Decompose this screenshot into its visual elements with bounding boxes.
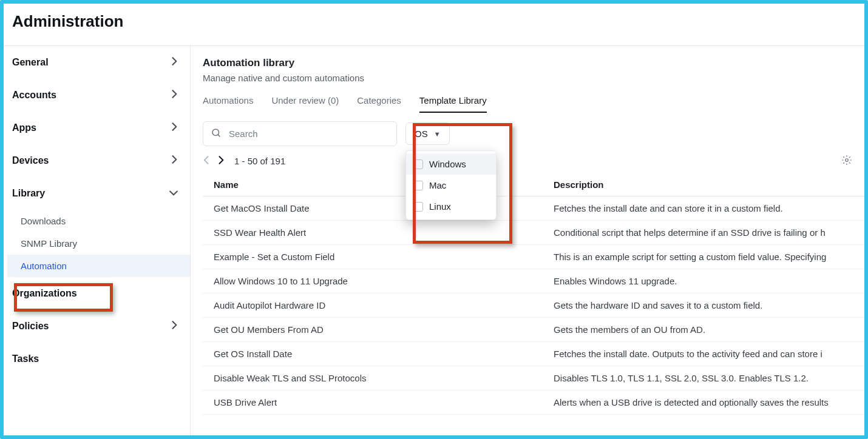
sidebar-item-library[interactable]: Library	[4, 177, 190, 210]
cell-name: Get OS Install Date	[214, 349, 554, 359]
sidebar-subitem-downloads[interactable]: Downloads	[7, 210, 190, 232]
sidebar-item-tasks[interactable]: Tasks	[4, 343, 190, 375]
tab-template-library[interactable]: Template Library	[419, 92, 487, 113]
sidebar-item-label: Apps	[12, 122, 36, 133]
cell-name: SSD Wear Health Alert	[214, 227, 554, 238]
sidebar-item-organizations[interactable]: Organizations	[4, 277, 190, 310]
cell-description: This is an example script for setting a …	[554, 252, 864, 262]
chevron-down-icon	[169, 188, 178, 199]
cell-name: Example - Set a Custom Field	[214, 252, 554, 262]
chevron-right-icon	[172, 90, 178, 101]
chevron-right-icon	[172, 321, 178, 332]
table-row[interactable]: Disable Weak TLS and SSL ProtocolsDisabl…	[203, 366, 864, 390]
gear-icon[interactable]	[841, 155, 852, 167]
tab-under-review[interactable]: Under review (0)	[271, 92, 339, 113]
table-row[interactable]: Audit Autopilot Hardware IDGets the hard…	[203, 293, 864, 318]
checkbox[interactable]	[413, 159, 423, 169]
os-option-label: Windows	[429, 159, 466, 169]
chevron-right-icon	[172, 57, 178, 68]
checkbox[interactable]	[413, 202, 423, 212]
cell-name: Get MacOS Install Date	[214, 203, 554, 213]
pager-prev[interactable]	[203, 156, 209, 166]
tab-categories[interactable]: Categories	[357, 92, 401, 113]
pager-next[interactable]	[219, 156, 225, 166]
section-title: Automation library	[203, 57, 864, 69]
cell-description: Alerts when a USB drive is detected and …	[554, 397, 864, 407]
pager-range: 1 - 50 of 191	[234, 156, 285, 166]
os-option-mac[interactable]: Mac	[406, 175, 496, 196]
table-row[interactable]: Get MacOS Install DateFetches the instal…	[203, 196, 864, 221]
sidebar-item-label: Devices	[12, 155, 49, 166]
sidebar-item-label: Accounts	[12, 90, 56, 101]
cell-name: Audit Autopilot Hardware ID	[214, 300, 554, 310]
chevron-right-icon	[172, 122, 178, 133]
sidebar-item-devices[interactable]: Devices	[4, 144, 190, 177]
cell-name: USB Drive Alert	[214, 397, 554, 407]
sidebar-item-label: Library	[12, 188, 45, 199]
sidebar-item-apps[interactable]: Apps	[4, 112, 190, 144]
checkbox[interactable]	[413, 181, 423, 190]
os-filter-button[interactable]: OS ▼	[405, 122, 450, 145]
sidebar-subitem-snmp-library[interactable]: SNMP Library	[7, 232, 190, 255]
os-filter-dropdown: Windows Mac Linux	[405, 150, 497, 220]
cell-description: Gets the hardware ID and saves it to a c…	[554, 300, 864, 310]
cell-description: Enables Windows 11 upgrade.	[554, 276, 864, 286]
search-icon	[211, 127, 222, 140]
sidebar-item-label: General	[12, 57, 49, 68]
os-filter-label: OS	[415, 129, 428, 139]
sidebar-item-general[interactable]: General	[4, 46, 190, 79]
sidebar-item-label: Policies	[12, 321, 49, 332]
table-row[interactable]: Get OU Members From ADGets the members o…	[203, 318, 864, 342]
column-header-description[interactable]: Description	[554, 179, 864, 190]
table-row[interactable]: Example - Set a Custom FieldThis is an e…	[203, 245, 864, 269]
sidebar-item-policies[interactable]: Policies	[4, 310, 190, 343]
cell-name: Allow Windows 10 to 11 Upgrade	[214, 276, 554, 286]
page-title: Administration	[12, 12, 858, 31]
cell-name: Get OU Members From AD	[214, 324, 554, 335]
caret-down-icon: ▼	[434, 130, 441, 138]
cell-description: Conditional script that helps determine …	[554, 227, 864, 238]
os-option-label: Mac	[429, 180, 446, 190]
os-option-linux[interactable]: Linux	[406, 196, 496, 217]
table-header: Name Description	[203, 173, 864, 196]
automation-table: Name Description Get MacOS Install DateF…	[203, 173, 864, 415]
sidebar-item-label: Tasks	[12, 354, 39, 364]
os-option-windows[interactable]: Windows	[406, 153, 496, 175]
table-row[interactable]: Get OS Install DateFetches the install d…	[203, 342, 864, 366]
sidebar-subitem-automation[interactable]: Automation	[7, 255, 190, 277]
cell-description: Fetches the install date. Outputs to the…	[554, 349, 864, 359]
table-row[interactable]: SSD Wear Health AlertConditional script …	[203, 221, 864, 245]
main-content: Automation library Manage native and cus…	[191, 46, 864, 435]
sidebar-item-accounts[interactable]: Accounts	[4, 79, 190, 112]
cell-description: Disables TLS 1.0, TLS 1.1, SSL 2.0, SSL …	[554, 373, 864, 383]
table-row[interactable]: USB Drive AlertAlerts when a USB drive i…	[203, 390, 864, 415]
os-option-label: Linux	[429, 201, 451, 212]
table-row[interactable]: Allow Windows 10 to 11 UpgradeEnables Wi…	[203, 269, 864, 293]
sidebar-item-label: Organizations	[12, 288, 77, 299]
chevron-right-icon	[172, 155, 178, 166]
section-description: Manage native and custom automations	[203, 73, 864, 83]
cell-description: Gets the members of an OU from AD.	[554, 324, 864, 335]
svg-point-1	[846, 159, 849, 162]
column-header-name[interactable]: Name	[214, 179, 554, 190]
search-input-wrapper[interactable]	[203, 121, 397, 146]
tabs: Automations Under review (0) Categories …	[203, 92, 864, 113]
tab-automations[interactable]: Automations	[203, 92, 253, 113]
sidebar-subitems-library: Downloads SNMP Library Automation	[4, 210, 190, 277]
cell-name: Disable Weak TLS and SSL Protocols	[214, 373, 554, 383]
admin-header: Administration	[4, 4, 864, 39]
sidebar: General Accounts Apps	[4, 46, 191, 435]
cell-description: Fetches the install date and can store i…	[554, 203, 864, 213]
search-input[interactable]	[228, 128, 389, 139]
